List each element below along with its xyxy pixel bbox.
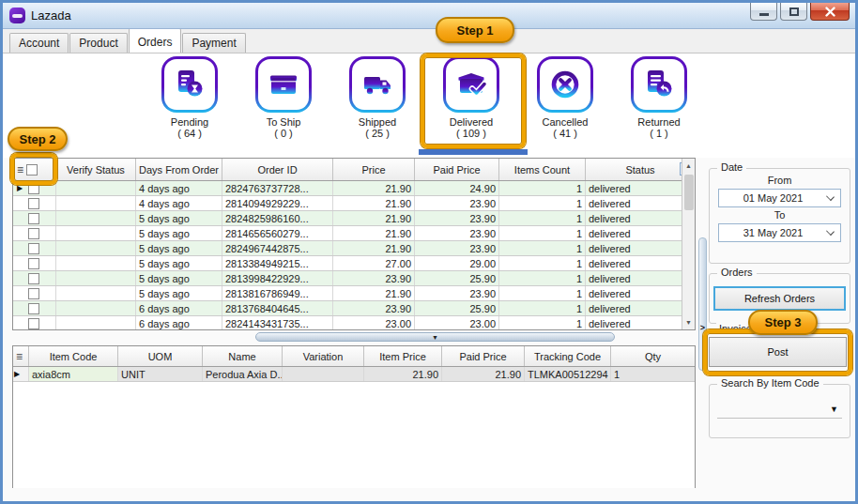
order-row[interactable]: ▶ 6 days ago 2824143431735... 23.00 23.0… (13, 316, 683, 329)
cell-order-id: 2813768404645... (222, 301, 333, 315)
status-button-returned[interactable]: Returned ( 1 ) (612, 56, 706, 139)
order-row-checkbox[interactable] (28, 288, 39, 299)
order-items-grid: ≡ Item Code UOM Name Variation Item Pric… (12, 345, 696, 488)
title-bar[interactable]: Lazada (3, 3, 855, 29)
search-item-code-dropdown[interactable]: ▼ (717, 400, 842, 419)
items-grid-body: ▶ axia8cm UNIT Perodua Axia D... 21.90 2… (13, 367, 695, 382)
order-row[interactable]: ▶ 4 days ago 2814094929229... 21.90 23.9… (13, 196, 683, 211)
order-row-checkbox[interactable] (28, 213, 39, 224)
order-row-checkbox[interactable] (28, 318, 39, 329)
minimize-icon (759, 13, 769, 16)
order-row-checkbox[interactable] (28, 243, 39, 254)
cell-item-price: 21.90 (364, 367, 442, 381)
column-header-items-count[interactable]: Items Count (499, 159, 586, 180)
order-row-checkbox[interactable] (28, 183, 39, 194)
column-header-uom[interactable]: UOM (118, 346, 203, 366)
column-header-item-price[interactable]: Item Price (364, 346, 442, 366)
cell-days-from-order: 5 days ago (136, 226, 222, 240)
cell-price: 23.90 (333, 301, 415, 315)
cell-price: 27.00 (333, 256, 415, 270)
column-header-qty[interactable]: Qty (611, 346, 695, 366)
tab-strip: Account Product Orders Payment (3, 29, 855, 53)
status-count: ( 109 ) (456, 128, 486, 139)
cell-days-from-order: 5 days ago (136, 241, 222, 255)
cell-order-id: 2814656560279... (222, 226, 333, 240)
cell-paid-price: 23.90 (415, 196, 499, 210)
post-button[interactable]: Post (709, 337, 847, 367)
status-button-delivered[interactable]: Delivered ( 109 ) (424, 56, 518, 139)
cell-items-count: 1 (499, 256, 586, 270)
order-row-checkbox[interactable] (28, 198, 39, 209)
scroll-thumb[interactable] (684, 175, 694, 210)
tab-product[interactable]: Product (69, 33, 127, 53)
date-to-dropdown[interactable]: 31 May 2021 (718, 223, 841, 242)
order-row-checkbox[interactable] (28, 273, 39, 284)
date-from-dropdown[interactable]: 01 May 2021 (718, 189, 841, 207)
to-label: To (710, 209, 850, 221)
order-row[interactable]: ▶ 5 days ago 2814656560279... 21.90 23.9… (13, 226, 683, 241)
order-row[interactable]: ▶ 6 days ago 2813768404645... 23.90 25.9… (13, 301, 683, 316)
tab-orders[interactable]: Orders (129, 28, 182, 53)
status-label: Cancelled (543, 116, 589, 128)
order-row[interactable]: ▶ 5 days ago 2824967442875... 21.90 23.9… (13, 241, 683, 256)
cell-paid-price: 23.90 (415, 211, 499, 225)
status-button-cancelled[interactable]: Cancelled ( 41 ) (518, 56, 612, 139)
item-row[interactable]: ▶ axia8cm UNIT Perodua Axia D... 21.90 2… (13, 367, 695, 382)
cell-paid-price: 23.90 (415, 286, 499, 300)
vertical-scrollbar[interactable]: ▲ ▼ (682, 159, 695, 329)
select-all-checkbox[interactable] (26, 164, 38, 176)
order-row[interactable]: ▶ 5 days ago 2813998422929... 23.90 25.9… (13, 271, 683, 286)
cell-verify-status (56, 256, 136, 270)
order-row[interactable]: ▶ 5 days ago 2813384949215... 27.00 29.0… (13, 256, 683, 271)
column-header-price[interactable]: Price (333, 159, 415, 180)
column-header-paid-price[interactable]: Paid Price (415, 159, 499, 180)
column-header-verify-status[interactable]: Verify Status (56, 159, 136, 180)
column-header-tracking-code[interactable]: Tracking Code (525, 346, 611, 366)
column-header-name[interactable]: Name (203, 346, 283, 366)
order-row-checkbox[interactable] (28, 228, 39, 239)
cell-variation (283, 367, 364, 381)
splitter-collapse-icon: ▼ (432, 334, 438, 341)
column-header-order-id[interactable]: Order ID (222, 159, 333, 180)
order-row[interactable]: ▶ 5 days ago 2813816786949... 21.90 23.9… (13, 286, 683, 301)
side-panel-splitter[interactable]: > (698, 237, 707, 371)
column-header-item-code[interactable]: Item Code (29, 346, 118, 366)
column-header-paid-price[interactable]: Paid Price (442, 346, 525, 366)
tab-payment[interactable]: Payment (182, 33, 245, 53)
order-row-checkbox[interactable] (28, 303, 39, 314)
column-header-days-from-order[interactable]: Days From Order (136, 159, 222, 180)
horizontal-splitter[interactable]: ▼ (255, 332, 615, 342)
cell-days-from-order: 6 days ago (136, 316, 222, 329)
refresh-orders-button[interactable]: Refresh Orders (713, 286, 846, 311)
tab-account[interactable]: Account (9, 33, 69, 53)
column-header-variation[interactable]: Variation (283, 346, 364, 366)
cell-days-from-order: 6 days ago (136, 301, 222, 315)
maximize-button[interactable] (780, 3, 807, 21)
cell-days-from-order: 5 days ago (136, 256, 222, 270)
cell-price: 23.90 (333, 271, 415, 285)
from-label: From (710, 175, 850, 186)
status-button-to-ship[interactable]: To Ship ( 0 ) (237, 56, 330, 139)
items-row-selector-header[interactable]: ≡ (13, 346, 29, 366)
cell-verify-status (56, 316, 136, 329)
step1-callout: Step 1 (436, 17, 514, 43)
column-header-status[interactable]: Status (586, 159, 695, 180)
cell-order-id: 2813998422929... (222, 271, 333, 285)
scroll-down-arrow[interactable]: ▼ (682, 315, 695, 329)
order-row[interactable]: ▶ 5 days ago 2824825986160... 21.90 23.9… (13, 211, 683, 226)
cell-paid-price: 25.90 (415, 301, 499, 315)
date-group: Date From 01 May 2021 To 31 May 2021 (709, 168, 850, 264)
scroll-up-arrow[interactable]: ▲ (682, 159, 695, 173)
order-row-checkbox[interactable] (28, 258, 39, 269)
cell-status: delivered (586, 271, 683, 285)
status-button-shipped[interactable]: Shipped ( 25 ) (330, 56, 424, 139)
date-group-label: Date (717, 161, 746, 173)
status-button-pending[interactable]: Pending ( 64 ) (143, 56, 237, 139)
cell-verify-status (56, 271, 136, 285)
status-label: To Ship (267, 116, 301, 128)
close-button[interactable] (810, 3, 850, 21)
cell-paid-price: 24.90 (415, 181, 499, 195)
minimize-button[interactable] (750, 3, 777, 21)
order-row[interactable]: ▶ 4 days ago 2824763737728... 21.90 24.9… (13, 181, 683, 196)
select-all-header-cell[interactable]: ≡ (13, 159, 56, 180)
